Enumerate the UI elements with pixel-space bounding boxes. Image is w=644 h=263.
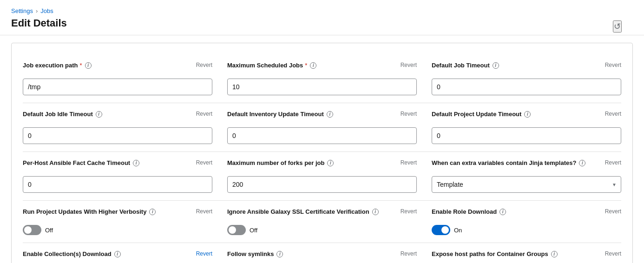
revert-btn-default-job-idle-timeout[interactable]: Revert (196, 111, 212, 117)
revert-btn-default-inventory-update-timeout[interactable]: Revert (401, 111, 417, 117)
page-wrapper: Settings › Jobs Edit Details ↺ Job execu… (0, 0, 644, 263)
field-col-ignore-ansible-galaxy-ssl: Ignore Ansible Galaxy SSL Certificate Ve… (227, 208, 417, 235)
form-row-2: Per-Host Ansible Fact Cache TimeoutiReve… (23, 152, 621, 201)
toggle-run-project-updates[interactable] (23, 225, 41, 235)
field-header-enable-role-download: Enable Role DownloadiRevert (432, 208, 621, 221)
revert-btn-per-host-ansible-fact-cache-timeout[interactable]: Revert (196, 159, 212, 166)
help-icon-maximum-scheduled-jobs[interactable]: i (310, 62, 316, 69)
field-col-run-project-updates: Run Project Updates With Higher Verbosit… (23, 208, 212, 235)
field-label-default-job-idle-timeout: Default Job Idle Timeout (23, 111, 93, 118)
input-job-execution-path[interactable] (23, 79, 212, 95)
field-header-maximum-scheduled-jobs: Maximum Scheduled Jobs *iRevert (227, 62, 417, 75)
form-row-3: Run Project Updates With Higher Verbosit… (23, 201, 621, 243)
field-label-follow-symlinks: Follow symlinks (227, 250, 274, 257)
field-header-expose-host-paths: Expose host paths for Container GroupsiR… (432, 250, 621, 263)
help-icon-maximum-number-of-forks[interactable]: i (327, 160, 334, 166)
revert-btn-maximum-scheduled-jobs[interactable]: Revert (401, 62, 417, 68)
field-header-ignore-ansible-galaxy-ssl: Ignore Ansible Galaxy SSL Certificate Ve… (227, 208, 417, 221)
required-star-job-execution-path: * (79, 62, 82, 69)
field-col-default-inventory-update-timeout: Default Inventory Update TimeoutiRevert (227, 111, 417, 144)
toggle-knob-ignore-ansible-galaxy-ssl (229, 226, 236, 234)
form-container: Job execution path *iRevertMaximum Sched… (11, 43, 633, 263)
toggle-container-enable-role-download: On (432, 225, 621, 235)
field-col-job-execution-path: Job execution path *iRevert (23, 62, 212, 95)
form-row-1: Default Job Idle TimeoutiRevertDefault I… (23, 103, 621, 152)
toggle-slider-enable-role-download (432, 225, 450, 235)
toggle-enable-role-download[interactable] (432, 225, 450, 235)
input-default-project-update-timeout[interactable] (432, 127, 621, 144)
revert-btn-run-project-updates[interactable]: Revert (196, 208, 212, 215)
revert-btn-jinja-templates[interactable]: Revert (605, 159, 621, 166)
help-icon-default-inventory-update-timeout[interactable]: i (327, 111, 333, 118)
field-col-default-job-idle-timeout: Default Job Idle TimeoutiRevert (23, 111, 212, 144)
toggle-ignore-ansible-galaxy-ssl[interactable] (227, 225, 246, 235)
revert-btn-expose-host-paths[interactable]: Revert (605, 250, 621, 257)
toggle-slider-ignore-ansible-galaxy-ssl (227, 225, 246, 235)
field-label-enable-collections-download: Enable Collection(s) Download (23, 250, 112, 257)
header-row: Settings › Jobs Edit Details ↺ (11, 7, 633, 29)
revert-btn-default-job-timeout[interactable]: Revert (605, 62, 621, 68)
field-header-default-project-update-timeout: Default Project Update TimeoutiRevert (432, 111, 621, 124)
required-star-maximum-scheduled-jobs: * (305, 62, 307, 69)
field-col-per-host-ansible-fact-cache-timeout: Per-Host Ansible Fact Cache TimeoutiReve… (23, 159, 212, 193)
field-label-job-execution-path: Job execution path (23, 62, 78, 69)
revert-btn-maximum-number-of-forks[interactable]: Revert (401, 159, 417, 166)
field-header-job-execution-path: Job execution path *iRevert (23, 62, 212, 75)
field-header-default-job-idle-timeout: Default Job Idle TimeoutiRevert (23, 111, 212, 124)
field-col-maximum-scheduled-jobs: Maximum Scheduled Jobs *iRevert (227, 62, 417, 95)
form-row-0: Job execution path *iRevertMaximum Sched… (23, 54, 621, 103)
form-row-4: Enable Collection(s) DownloadiRevertOffF… (23, 243, 621, 263)
toggle-knob-enable-role-download (441, 226, 449, 234)
input-default-job-idle-timeout[interactable] (23, 127, 212, 144)
breadcrumb-chevron: › (36, 7, 38, 14)
field-header-jinja-templates: When can extra variables contain Jinja t… (432, 159, 621, 172)
revert-btn-enable-role-download[interactable]: Revert (605, 208, 621, 215)
input-per-host-ansible-fact-cache-timeout[interactable] (23, 176, 212, 193)
help-icon-per-host-ansible-fact-cache-timeout[interactable]: i (133, 160, 139, 166)
field-col-enable-role-download: Enable Role DownloadiRevertOn (432, 208, 621, 235)
help-icon-run-project-updates[interactable]: i (149, 209, 156, 215)
revert-btn-enable-collections-download[interactable]: Revert (196, 250, 212, 257)
field-label-ignore-ansible-galaxy-ssl: Ignore Ansible Galaxy SSL Certificate Ve… (227, 208, 369, 215)
revert-btn-default-project-update-timeout[interactable]: Revert (605, 111, 621, 117)
input-maximum-number-of-forks[interactable] (227, 176, 417, 193)
help-icon-default-job-timeout[interactable]: i (493, 62, 499, 69)
input-default-inventory-update-timeout[interactable] (227, 127, 417, 144)
field-label-default-inventory-update-timeout: Default Inventory Update Timeout (227, 111, 324, 118)
toggle-knob-run-project-updates (24, 226, 32, 234)
field-header-default-job-timeout: Default Job TimeoutiRevert (432, 62, 621, 75)
field-label-expose-host-paths: Expose host paths for Container Groups (432, 250, 548, 257)
page-header: Settings › Jobs Edit Details ↺ (0, 0, 644, 35)
revert-btn-job-execution-path[interactable]: Revert (196, 62, 212, 68)
revert-btn-ignore-ansible-galaxy-ssl[interactable]: Revert (401, 208, 417, 215)
field-label-maximum-scheduled-jobs: Maximum Scheduled Jobs (227, 62, 303, 69)
help-icon-enable-collections-download[interactable]: i (114, 251, 121, 257)
field-header-run-project-updates: Run Project Updates With Higher Verbosit… (23, 208, 212, 221)
help-icon-jinja-templates[interactable]: i (579, 160, 585, 166)
revert-all-button[interactable]: ↺ (613, 20, 622, 33)
help-icon-ignore-ansible-galaxy-ssl[interactable]: i (372, 209, 379, 215)
toggle-slider-run-project-updates (23, 225, 41, 235)
toggle-label-ignore-ansible-galaxy-ssl: Off (250, 227, 257, 234)
revert-btn-follow-symlinks[interactable]: Revert (401, 250, 417, 257)
select-jinja-templates[interactable]: TemplateAlwaysNever (432, 176, 621, 193)
help-icon-default-job-idle-timeout[interactable]: i (96, 111, 102, 118)
help-icon-default-project-update-timeout[interactable]: i (524, 111, 531, 118)
input-default-job-timeout[interactable] (432, 79, 621, 95)
field-label-maximum-number-of-forks: Maximum number of forks per job (227, 159, 324, 166)
field-label-jinja-templates: When can extra variables contain Jinja t… (432, 159, 576, 166)
help-icon-expose-host-paths[interactable]: i (551, 251, 558, 257)
help-icon-job-execution-path[interactable]: i (85, 62, 92, 69)
toggle-container-ignore-ansible-galaxy-ssl: Off (227, 225, 417, 235)
field-col-maximum-number-of-forks: Maximum number of forks per jobiRevert (227, 159, 417, 193)
field-col-enable-collections-download: Enable Collection(s) DownloadiRevertOff (23, 250, 212, 263)
help-icon-enable-role-download[interactable]: i (499, 209, 506, 215)
field-col-follow-symlinks: Follow symlinksiRevertOff (227, 250, 417, 263)
toggle-label-enable-role-download: On (454, 227, 462, 234)
help-icon-follow-symlinks[interactable]: i (276, 251, 283, 257)
breadcrumb-jobs[interactable]: Jobs (40, 7, 53, 14)
toggle-container-run-project-updates: Off (23, 225, 212, 235)
input-maximum-scheduled-jobs[interactable] (227, 79, 417, 95)
breadcrumb-settings[interactable]: Settings (11, 7, 33, 14)
field-header-per-host-ansible-fact-cache-timeout: Per-Host Ansible Fact Cache TimeoutiReve… (23, 159, 212, 172)
